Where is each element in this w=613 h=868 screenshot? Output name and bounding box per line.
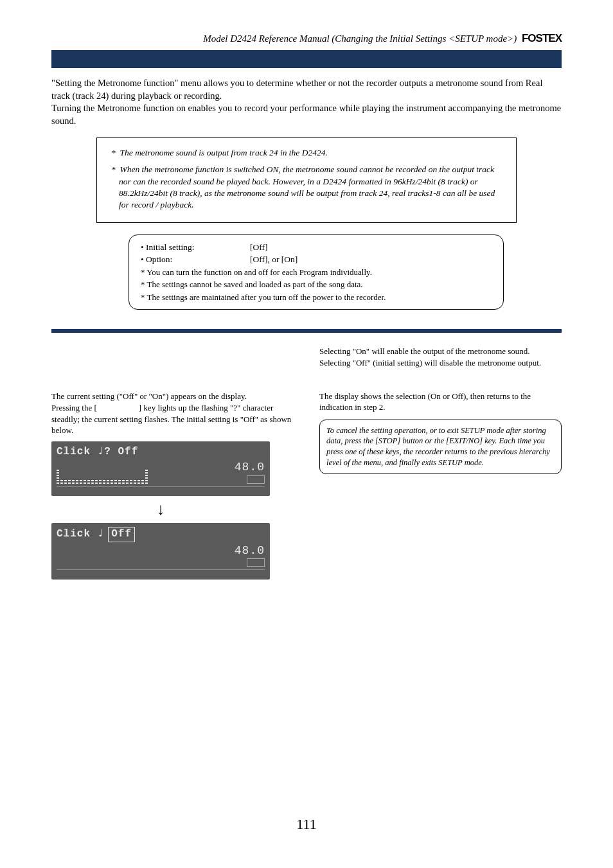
arrow-down-icon: ↓ [148, 501, 173, 518]
subsection-band [51, 329, 562, 333]
intro-paragraph-1: "Setting the Metronome function" menu al… [51, 78, 542, 101]
note-item-2: * When the metronome function is switche… [107, 164, 506, 211]
settings-box: • Initial setting: [Off] • Option: [Off]… [129, 235, 504, 310]
lcd-display-1: Click ♩? Off 48.0 [51, 441, 270, 496]
initial-setting-value: [Off] [250, 242, 268, 253]
header-breadcrumb: Model D2424 Reference Manual (Changing t… [203, 33, 517, 44]
cancel-note-text: To cancel the setting operation, or to e… [326, 426, 550, 468]
header: Model D2424 Reference Manual (Changing t… [51, 32, 562, 45]
lcd2-text-boxed: Off [108, 527, 135, 542]
right-column: Selecting "On" will enable the output of… [319, 346, 562, 584]
note-box: * The metronome sound is output from tra… [96, 137, 517, 223]
intro-paragraph-2: Turning the Metronome function on enable… [51, 103, 561, 126]
intro-block: "Setting the Metronome function" menu al… [51, 77, 562, 127]
lcd2-rate-value: 48.0 [235, 545, 265, 558]
lcd1-small-box [247, 475, 265, 484]
option-label: • Option: [141, 254, 250, 265]
lcd1-scale [57, 486, 265, 493]
lcd1-level-meter [57, 467, 148, 484]
lcd1-text: Click ♩? Off [57, 445, 265, 459]
section-title-band [51, 50, 562, 68]
lcd2-small-box [247, 558, 265, 567]
left-paragraph-2: Pressing the [ ] key lights up the flash… [51, 402, 294, 436]
settings-note-3: * The settings are maintained after you … [141, 292, 492, 303]
option-value: [Off], or [On] [250, 254, 298, 265]
cancel-note-box: To cancel the setting operation, or to e… [319, 420, 562, 475]
settings-note-1: * You can turn the function on and off f… [141, 267, 492, 278]
lcd2-rate-area: 48.0 [235, 545, 265, 567]
brand-logo: FOSTEX [522, 32, 562, 44]
right-paragraph-2: The display shows the selection (On or O… [319, 391, 562, 413]
note-item-1: * The metronome sound is output from tra… [107, 147, 506, 159]
left-column: The current setting ("Off" or "On") appe… [51, 346, 294, 584]
initial-setting-label: • Initial setting: [141, 242, 250, 253]
right-paragraph-1: Selecting "On" will enable the output of… [319, 346, 562, 368]
lcd2-scale [57, 569, 265, 576]
lcd-display-2: Click ♩ Off 48.0 [51, 523, 270, 579]
lcd1-rate-value: 48.0 [235, 461, 265, 474]
left-paragraph-1: The current setting ("Off" or "On") appe… [51, 391, 294, 402]
settings-note-2: * The settings cannot be saved and loade… [141, 279, 492, 290]
lcd1-rate-area: 48.0 [235, 461, 265, 484]
lcd2-text-pre: Click ♩ [57, 527, 104, 542]
page-number: 111 [51, 816, 562, 833]
